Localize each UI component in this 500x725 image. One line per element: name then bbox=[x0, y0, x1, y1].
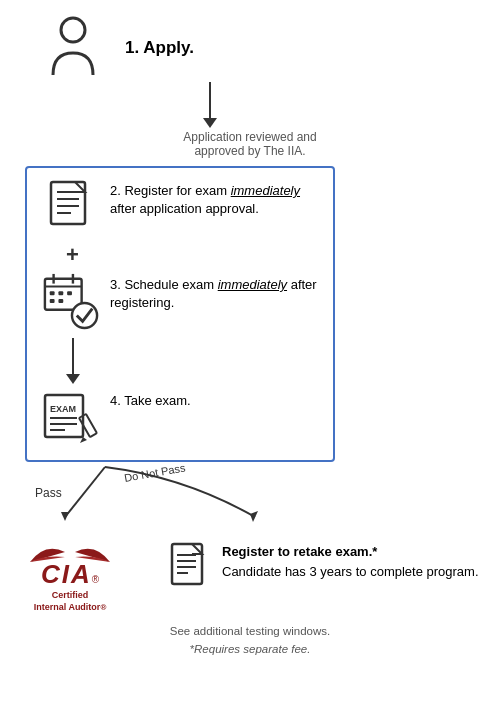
step4-text: 4. Take exam. bbox=[110, 388, 191, 410]
calendar-check-icon bbox=[42, 272, 100, 330]
step1-row: 1. Apply. bbox=[10, 15, 490, 80]
step2-text: 2. Register for exam immediately after a… bbox=[110, 178, 318, 218]
do-not-pass-label: Do Not Pass bbox=[123, 461, 186, 484]
plus-sign: + bbox=[66, 242, 79, 268]
step3-row: 3. Schedule exam immediately after regis… bbox=[42, 272, 318, 330]
retake-text: Register to retake exam.* Candidate has … bbox=[222, 542, 479, 581]
step1-label: 1. Apply. bbox=[125, 38, 194, 58]
svg-line-23 bbox=[65, 467, 105, 517]
cia-logo-text: CIA bbox=[41, 559, 92, 590]
svg-rect-13 bbox=[50, 299, 55, 303]
footer-text: See additional testing windows. *Require… bbox=[170, 623, 330, 658]
pass-label: Pass bbox=[35, 486, 62, 500]
document-icon bbox=[42, 178, 100, 236]
page: 1. Apply. Application reviewed and appro… bbox=[0, 0, 500, 725]
cia-logo: CIA ® Certified Internal Auditor® bbox=[20, 537, 120, 613]
svg-point-15 bbox=[72, 303, 97, 328]
retake-section: Register to retake exam.* Candidate has … bbox=[170, 542, 479, 593]
svg-rect-11 bbox=[58, 291, 63, 295]
svg-rect-12 bbox=[67, 291, 72, 295]
arrow-step3-to-4 bbox=[66, 338, 80, 384]
cia-registered: ® bbox=[92, 574, 99, 585]
svg-rect-14 bbox=[58, 299, 63, 303]
review-text: Application reviewed and approved by The… bbox=[183, 130, 316, 158]
cia-section: CIA ® Certified Internal Auditor® bbox=[10, 537, 490, 613]
person-icon bbox=[40, 15, 105, 80]
step3-text: 3. Schedule exam immediately after regis… bbox=[110, 272, 318, 312]
svg-rect-10 bbox=[50, 291, 55, 295]
arrow-after-step1 bbox=[203, 82, 217, 128]
svg-point-0 bbox=[61, 18, 85, 42]
svg-marker-24 bbox=[61, 512, 69, 521]
exam-icon: EXAM bbox=[42, 388, 100, 446]
svg-rect-21 bbox=[79, 414, 97, 437]
cia-subtext: Certified Internal Auditor® bbox=[34, 590, 107, 613]
step4-row: EXAM 4. Take exam. bbox=[42, 388, 318, 446]
step2-row: 2. Register for exam immediately after a… bbox=[42, 178, 318, 236]
blue-box: 2. Register for exam immediately after a… bbox=[25, 166, 335, 462]
svg-marker-25 bbox=[250, 511, 258, 522]
svg-text:EXAM: EXAM bbox=[50, 404, 76, 414]
retake-document-icon bbox=[170, 542, 212, 593]
